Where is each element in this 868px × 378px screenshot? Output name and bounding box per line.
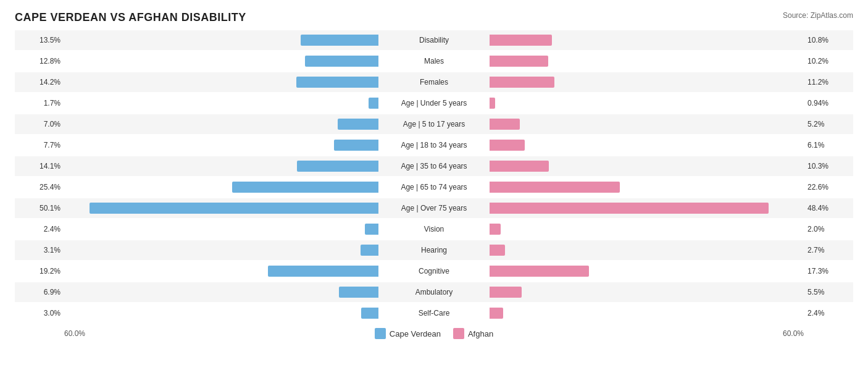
- row-inner-12: 6.9% Ambulatory 5.5%: [15, 282, 853, 302]
- val-right: 2.7%: [804, 246, 853, 254]
- center-label: Ambulatory: [378, 288, 490, 296]
- val-left: 7.7%: [15, 141, 64, 149]
- bar-row: 7.7% Age | 18 to 34 years 6.1%: [15, 135, 853, 155]
- axis-label-right: 60.0%: [783, 329, 804, 338]
- center-label: Age | 18 to 34 years: [378, 141, 490, 149]
- bar-left: [361, 245, 378, 256]
- bar-right-container: [490, 119, 804, 130]
- bar-right-container: [490, 203, 804, 214]
- val-right: 2.4%: [804, 309, 853, 317]
- val-right: 5.2%: [804, 120, 853, 128]
- bar-left-container: [64, 119, 378, 130]
- val-left: 12.8%: [15, 57, 64, 65]
- bar-left-container: [64, 98, 378, 109]
- center-label: Self-Care: [378, 309, 490, 317]
- legend-swatch-pink: [453, 328, 464, 339]
- row-inner-7: 25.4% Age | 65 to 74 years 22.6%: [15, 177, 853, 197]
- val-left: 13.5%: [15, 36, 64, 44]
- bar-right: [490, 308, 503, 319]
- bar-right-container: [490, 224, 804, 235]
- center-label: Age | Over 75 years: [378, 204, 490, 212]
- bar-row: 13.5% Disability 10.8%: [15, 30, 853, 50]
- val-right: 10.8%: [804, 36, 853, 44]
- row-inner-1: 12.8% Males 10.2%: [15, 51, 853, 71]
- val-right: 6.1%: [804, 141, 853, 149]
- bar-left: [369, 98, 378, 109]
- center-label: Age | Under 5 years: [378, 99, 490, 107]
- bar-row: 25.4% Age | 65 to 74 years 22.6%: [15, 177, 853, 197]
- bar-right: [490, 287, 522, 298]
- bar-left-container: [64, 266, 378, 277]
- val-left: 25.4%: [15, 183, 64, 191]
- bar-row: 6.9% Ambulatory 5.5%: [15, 282, 853, 302]
- val-right: 10.2%: [804, 57, 853, 65]
- val-left: 2.4%: [15, 225, 64, 233]
- legend-item-afghan: Afghan: [453, 328, 493, 339]
- bar-left: [296, 77, 378, 88]
- bar-left-container: [64, 224, 378, 235]
- bar-row: 1.7% Age | Under 5 years 0.94%: [15, 93, 853, 113]
- bar-left-container: [64, 35, 378, 46]
- bar-left-container: [64, 182, 378, 193]
- bar-right: [490, 224, 501, 235]
- bar-left: [338, 119, 378, 130]
- axis-label-left: 60.0%: [64, 329, 85, 338]
- val-left: 3.0%: [15, 309, 64, 317]
- bar-right: [490, 182, 620, 193]
- row-inner-4: 7.0% Age | 5 to 17 years 5.2%: [15, 114, 853, 134]
- center-label: Age | 5 to 17 years: [378, 120, 490, 128]
- bar-row: 12.8% Males 10.2%: [15, 51, 853, 71]
- val-left: 6.9%: [15, 288, 64, 296]
- bar-left: [361, 308, 378, 319]
- bar-right-container: [490, 77, 804, 88]
- bar-left-container: [64, 56, 378, 67]
- legend-label-afghan: Afghan: [468, 329, 493, 338]
- val-left: 3.1%: [15, 246, 64, 254]
- bar-left: [365, 224, 378, 235]
- chart-title: CAPE VERDEAN VS AFGHAN DISABILITY: [15, 11, 246, 24]
- bar-left: [297, 161, 378, 172]
- center-label: Age | 35 to 64 years: [378, 162, 490, 170]
- bar-left: [268, 266, 378, 277]
- bar-row: 3.0% Self-Care 2.4%: [15, 303, 853, 323]
- legend-item-cape-verdean: Cape Verdean: [375, 328, 441, 339]
- bar-left: [90, 203, 378, 214]
- bar-right-container: [490, 182, 804, 193]
- row-inner-13: 3.0% Self-Care 2.4%: [15, 303, 853, 323]
- bar-right-container: [490, 98, 804, 109]
- bar-right-container: [490, 140, 804, 151]
- bar-left: [301, 35, 378, 46]
- bar-right-container: [490, 161, 804, 172]
- bar-right-container: [490, 245, 804, 256]
- bar-right: [490, 56, 548, 67]
- val-right: 10.3%: [804, 162, 853, 170]
- bar-right: [490, 119, 520, 130]
- bar-left-container: [64, 140, 378, 151]
- bar-left-container: [64, 308, 378, 319]
- val-left: 1.7%: [15, 99, 64, 107]
- bar-row: 14.1% Age | 35 to 64 years 10.3%: [15, 156, 853, 176]
- chart-header: CAPE VERDEAN VS AFGHAN DISABILITY Source…: [15, 11, 853, 24]
- val-left: 14.2%: [15, 78, 64, 86]
- row-inner-11: 19.2% Cognitive 17.3%: [15, 261, 853, 281]
- bar-right: [490, 203, 769, 214]
- center-label: Hearing: [378, 246, 490, 254]
- bar-left: [334, 140, 378, 151]
- center-label: Disability: [378, 36, 490, 44]
- bar-left-container: [64, 287, 378, 298]
- row-inner-3: 1.7% Age | Under 5 years 0.94%: [15, 93, 853, 113]
- bar-row: 14.2% Females 11.2%: [15, 72, 853, 92]
- bar-right: [490, 161, 549, 172]
- val-right: 0.94%: [804, 99, 853, 107]
- bar-right: [490, 266, 589, 277]
- center-label: Age | 65 to 74 years: [378, 183, 490, 191]
- val-right: 17.3%: [804, 267, 853, 275]
- bar-row: 19.2% Cognitive 17.3%: [15, 261, 853, 281]
- bar-right-container: [490, 287, 804, 298]
- legend-swatch-blue: [375, 328, 386, 339]
- bar-left: [232, 182, 378, 193]
- row-inner-5: 7.7% Age | 18 to 34 years 6.1%: [15, 135, 853, 155]
- chart-area: 13.5% Disability 10.8% 12.8% Males 10.2%…: [15, 30, 853, 323]
- bar-right: [490, 140, 525, 151]
- bar-left-container: [64, 203, 378, 214]
